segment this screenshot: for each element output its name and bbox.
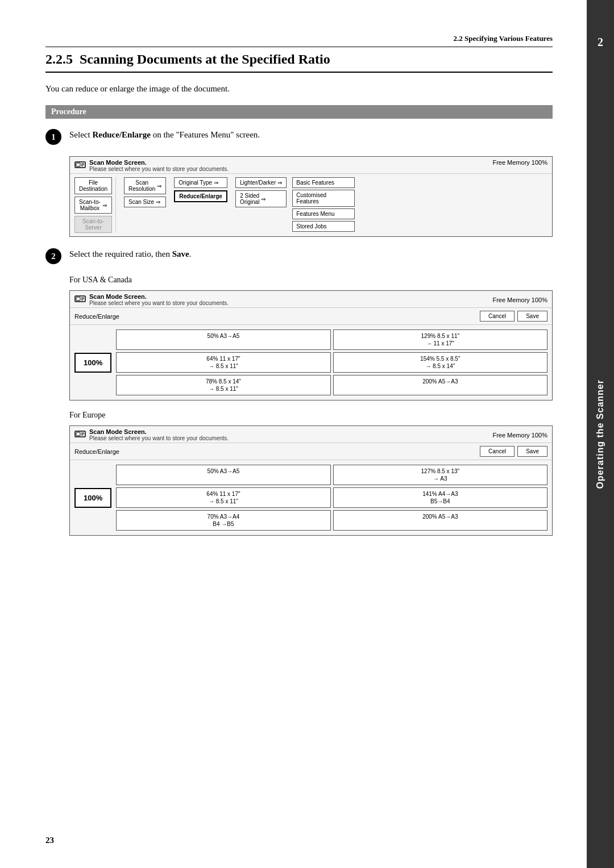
screen-1: Scan Mode Screen. Please select where yo…	[69, 156, 553, 237]
screen-2-option-3[interactable]: 64% 11 x 17"→ 8.5 x 11"	[116, 352, 330, 373]
scan-size-btn[interactable]: Scan Size ⇒	[124, 197, 166, 207]
section-header: 2.2 Specifying Various Features	[45, 34, 553, 47]
screen-1-right-col: Basic Features CustomisedFeatures Featur…	[292, 177, 355, 233]
original-type-btn[interactable]: Original Type ⇒	[174, 177, 227, 188]
screen-3-toolbar: Reduce/Enlarge Cancel Save	[70, 443, 552, 460]
screen-3-toolbar-label: Reduce/Enlarge	[74, 448, 119, 455]
screen-3-option-2[interactable]: 127% 8.5 x 13"→ A3	[333, 465, 547, 485]
screen-1-header: Scan Mode Screen. Please select where yo…	[70, 157, 552, 174]
for-usa-canada-label: For USA & Canada	[69, 276, 553, 285]
screen-2-cancel-btn[interactable]: Cancel	[480, 311, 515, 322]
screen-2-title: Scan Mode Screen.	[89, 293, 229, 300]
screen-2-save-btn[interactable]: Save	[517, 311, 547, 322]
screen-2-option-1[interactable]: 50% A3→A5	[116, 329, 330, 350]
side-number: 2	[587, 28, 614, 56]
scanner-icon	[74, 159, 86, 170]
title-text: Scanning Documents at the Specified Rati…	[80, 52, 330, 66]
scan-to-mailbox-btn[interactable]: Scan-to-Mailbox ⇒	[74, 197, 112, 214]
intro-text: You can reduce or enlarge the image of t…	[45, 84, 553, 94]
screen-1-body: FileDestination Scan-to-Mailbox ⇒ Scan-t…	[70, 174, 552, 236]
title-number: 2.2.5	[45, 52, 73, 66]
step-2: 2 Select the required ratio, then Save.	[45, 247, 553, 264]
screen-3-options: 50% A3→A5 127% 8.5 x 13"→ A3 64% 11 x 17…	[116, 465, 547, 531]
basic-features-btn[interactable]: Basic Features	[292, 177, 355, 188]
screen-3-option-4[interactable]: 141% A4→A3B5→B4	[333, 487, 547, 508]
screen-1-title: Scan Mode Screen.	[89, 159, 229, 166]
side-tab: 2 Operating the Scanner	[587, 0, 614, 868]
svg-rect-6	[76, 297, 80, 301]
screen-3-option-3[interactable]: 64% 11 x 17"→ 8.5 x 11"	[116, 487, 330, 508]
screen-3-subtitle: Please select where you want to store yo…	[89, 435, 229, 441]
step-2-text: Select the required ratio, then Save.	[69, 247, 192, 259]
screen-3-save-btn[interactable]: Save	[517, 446, 547, 457]
section-title: 2.2.5Scanning Documents at the Specified…	[45, 52, 553, 73]
step-2-circle: 2	[45, 248, 61, 264]
screen-2-current-value[interactable]: 100%	[74, 353, 111, 373]
customised-features-btn[interactable]: CustomisedFeatures	[292, 190, 355, 207]
lighter-darker-btn[interactable]: Lighter/Darker ⇒	[235, 177, 287, 188]
svg-rect-1	[76, 163, 80, 166]
screen-1-subtitle: Please select where you want to store yo…	[89, 166, 229, 172]
screen-1-memory: Free Memory 100%	[492, 159, 547, 166]
scan-to-server-btn: Scan-to-Server	[74, 216, 112, 233]
screen-2-toolbar-btns: Cancel Save	[480, 311, 547, 322]
screen-3: Scan Mode Screen. Please select where yo…	[69, 425, 553, 536]
screen-2-option-4[interactable]: 154% 5.5 x 8.5"→ 8.5 x 14"	[333, 352, 547, 373]
for-europe-label: For Europe	[69, 411, 553, 420]
screen-1-feature-col2: Lighter/Darker ⇒ 2 SidedOriginal ⇒	[233, 177, 289, 233]
side-tab-text: Operating the Scanner	[595, 379, 605, 489]
screen-2: Scan Mode Screen. Please select where yo…	[69, 290, 553, 400]
screen-2-options: 50% A3→A5 129% 8.5 x 11"→ 11 x 17" 64% 1…	[116, 329, 547, 395]
screen-2-option-5[interactable]: 78% 8.5 x 14"→ 8.5 x 11"	[116, 375, 330, 395]
scan-resolution-btn[interactable]: ScanResolution ⇒	[124, 177, 166, 194]
screen-1-feature-col: Original Type ⇒ Reduce/Enlarge	[172, 177, 230, 233]
screen-3-option-6[interactable]: 200% A5→A3	[333, 510, 547, 531]
features-menu-btn[interactable]: Features Menu	[292, 208, 355, 219]
screen-3-option-5[interactable]: 70% A3→A4B4 →B5	[116, 510, 330, 531]
step-1-text: Select Reduce/Enlarge on the "Features M…	[69, 128, 260, 140]
scanner-icon-3	[74, 428, 86, 440]
screen-3-body: 100% 50% A3→A5 127% 8.5 x 13"→ A3 64% 11…	[70, 460, 552, 535]
screen-3-cancel-btn[interactable]: Cancel	[480, 446, 515, 457]
page-number: 23	[45, 836, 54, 845]
file-destination-btn[interactable]: FileDestination	[74, 177, 112, 194]
screen-3-title: Scan Mode Screen.	[89, 428, 229, 435]
screen-1-left-col: FileDestination Scan-to-Mailbox ⇒ Scan-t…	[74, 177, 116, 233]
screen-3-option-1[interactable]: 50% A3→A5	[116, 465, 330, 485]
screen-2-toolbar: Reduce/Enlarge Cancel Save	[70, 308, 552, 325]
screen-2-body: 100% 50% A3→A5 129% 8.5 x 11"→ 11 x 17" …	[70, 325, 552, 400]
reduce-enlarge-btn[interactable]: Reduce/Enlarge	[174, 190, 227, 202]
screen-3-header: Scan Mode Screen. Please select where yo…	[70, 426, 552, 443]
stored-jobs-btn[interactable]: Stored Jobs	[292, 221, 355, 232]
screen-3-memory: Free Memory 100%	[492, 432, 547, 439]
svg-rect-11	[76, 432, 80, 436]
step-1: 1 Select Reduce/Enlarge on the "Features…	[45, 128, 553, 145]
screen-2-toolbar-label: Reduce/Enlarge	[74, 313, 119, 320]
step-1-circle: 1	[45, 129, 61, 145]
procedure-bar: Procedure	[45, 105, 553, 119]
screen-2-option-2[interactable]: 129% 8.5 x 11"→ 11 x 17"	[333, 329, 547, 350]
screen-2-header: Scan Mode Screen. Please select where yo…	[70, 291, 552, 308]
screen-3-toolbar-btns: Cancel Save	[480, 446, 547, 457]
screen-3-current-value[interactable]: 100%	[74, 488, 111, 508]
screen-2-memory: Free Memory 100%	[492, 297, 547, 303]
screen-1-center-col: ScanResolution ⇒ Scan Size ⇒	[122, 177, 168, 233]
two-sided-original-btn[interactable]: 2 SidedOriginal ⇒	[235, 190, 287, 207]
scanner-icon-2	[74, 293, 86, 304]
screen-2-option-6[interactable]: 200% A5→A3	[333, 375, 547, 395]
screen-2-subtitle: Please select where you want to store yo…	[89, 300, 229, 306]
section-label: 2.2 Specifying Various Features	[453, 34, 553, 43]
